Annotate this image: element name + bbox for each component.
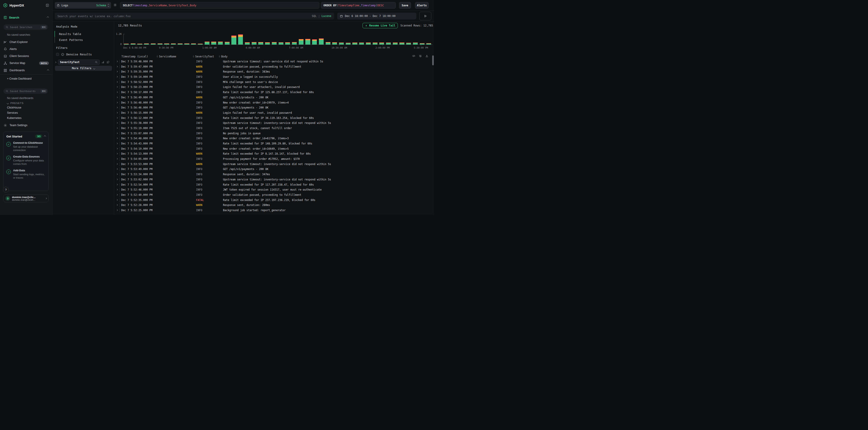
histogram-bar[interactable] xyxy=(252,42,256,44)
column-timestamp[interactable]: Timestamp (Local) xyxy=(121,55,148,58)
select-columns-input[interactable]: SELECT Timestamp,ServiceName,SeverityTex… xyxy=(120,2,319,9)
log-row[interactable]: Dec 7 5:59:47.000 PMWARNOrder validation… xyxy=(115,64,431,69)
expand-row-icon[interactable] xyxy=(116,153,118,155)
drag-handle-icon[interactable]: ⠿ xyxy=(156,55,158,58)
column-servicename[interactable]: ⠿ServiceName xyxy=(156,55,177,58)
histogram-bar[interactable] xyxy=(131,43,135,44)
histogram-bar[interactable] xyxy=(299,39,304,44)
mode-results-table[interactable]: Results Table xyxy=(55,31,109,37)
histogram-bar[interactable] xyxy=(319,38,323,44)
histogram-bar[interactable] xyxy=(158,43,162,44)
histogram-bar[interactable] xyxy=(332,42,337,44)
histogram-bar[interactable] xyxy=(406,43,411,44)
log-row[interactable]: Dec 7 5:56:46.000 PMINFOGET /api/v1/paym… xyxy=(115,105,431,110)
log-row[interactable]: Dec 7 5:52:46.000 PMINFOJWT token expire… xyxy=(115,187,431,192)
drag-handle-icon[interactable]: ⠿ xyxy=(219,55,220,58)
log-row[interactable]: Dec 7 5:59:35.000 PMWARNResponse sent, d… xyxy=(115,69,431,74)
expand-row-icon[interactable] xyxy=(116,132,118,134)
histogram-bar[interactable] xyxy=(326,42,331,44)
log-row[interactable]: Dec 7 5:52:35.000 PMFATALRate limit exce… xyxy=(115,198,431,203)
log-row[interactable]: Dec 7 5:55:19.000 PMINFOItem 7525 out of… xyxy=(115,126,431,131)
expand-row-icon[interactable] xyxy=(116,66,118,67)
histogram-bar[interactable] xyxy=(379,42,384,44)
chevron-up-icon[interactable] xyxy=(47,16,49,19)
histogram-bar[interactable] xyxy=(292,42,297,44)
saved-dashboards-input[interactable]: Saved Dashboards ⌘K xyxy=(3,89,48,94)
log-row[interactable]: Dec 7 5:58:52.000 PMINFOMFA challenge se… xyxy=(115,79,431,85)
histogram-bar[interactable] xyxy=(346,43,350,44)
histogram-bar[interactable] xyxy=(231,35,236,44)
histogram-bar[interactable] xyxy=(151,43,156,44)
histogram-bar[interactable] xyxy=(218,42,223,44)
histogram-bar[interactable] xyxy=(191,43,196,44)
preset-services[interactable]: Services xyxy=(7,111,18,114)
expand-row-icon[interactable] xyxy=(116,101,118,103)
log-row[interactable]: Dec 7 5:53:49.000 PMINFOGET /api/v1/paym… xyxy=(115,167,431,172)
collapse-sidebar-icon[interactable] xyxy=(46,4,49,7)
log-row[interactable]: Dec 7 5:54:43.000 PMINFORate limit excee… xyxy=(115,141,431,146)
expand-row-icon[interactable] xyxy=(116,71,118,72)
sidebar-item-alerts[interactable]: Alerts xyxy=(0,46,53,52)
histogram-bar[interactable] xyxy=(184,43,189,44)
column-body[interactable]: ⠿Body xyxy=(219,55,227,58)
log-row[interactable]: Dec 7 5:53:53.000 PMWARNUpstream service… xyxy=(115,162,431,167)
expand-row-icon[interactable] xyxy=(116,184,118,185)
histogram-bar[interactable] xyxy=(366,42,371,44)
expand-row-icon[interactable] xyxy=(116,86,118,88)
histogram-bar[interactable] xyxy=(258,42,263,44)
lucene-language-toggle[interactable]: Lucene xyxy=(321,14,331,18)
alerts-button[interactable]: Alerts xyxy=(415,2,429,9)
sidebar-item-dashboards[interactable]: Dashboards xyxy=(0,67,53,73)
run-query-button[interactable] xyxy=(419,12,431,20)
histogram-bar[interactable] xyxy=(393,42,398,44)
histogram-bar[interactable] xyxy=(305,39,310,44)
expand-row-icon[interactable] xyxy=(116,117,118,119)
date-range-picker[interactable]: Dec 6 18:00:00 - Dec 7 18:00:00 xyxy=(337,13,416,20)
expand-row-icon[interactable] xyxy=(116,168,118,170)
expand-row-icon[interactable] xyxy=(116,107,118,108)
denoise-results-toggle[interactable]: Denoise Results xyxy=(56,53,92,56)
log-row[interactable]: Dec 7 5:52:40.000 PMINFOOrder validation… xyxy=(115,192,431,198)
log-row[interactable]: Dec 7 5:58:23.000 PMINFOLogin failed for… xyxy=(115,85,431,90)
log-row[interactable]: Dec 7 5:56:49.000 PMWARNGET /api/v1/prod… xyxy=(115,95,431,100)
log-row[interactable]: Dec 7 5:54:13.000 PMWARNRate limit excee… xyxy=(115,151,431,157)
resume-live-tail-button[interactable]: Resume Live Tail xyxy=(363,23,398,28)
log-row[interactable]: Dec 7 5:59:48.000 PMINFOUpstream service… xyxy=(115,59,431,64)
log-row[interactable]: Dec 7 5:52:54.000 PMINFORate limit excee… xyxy=(115,182,431,188)
help-button[interactable]: ? xyxy=(3,187,9,193)
histogram-bar[interactable] xyxy=(312,39,317,44)
histogram-bar[interactable] xyxy=(265,42,270,44)
histogram-bar[interactable] xyxy=(211,42,216,44)
histogram-bar[interactable] xyxy=(413,42,418,44)
histogram-bar[interactable] xyxy=(426,43,431,44)
scrollbar-thumb[interactable] xyxy=(432,55,434,65)
expand-row-icon[interactable] xyxy=(116,178,118,180)
histogram-bar[interactable] xyxy=(420,43,425,44)
expand-row-icon[interactable] xyxy=(116,189,118,190)
histogram-bar[interactable] xyxy=(225,42,229,44)
histogram-bar[interactable] xyxy=(279,42,283,44)
preset-kubernetes[interactable]: Kubernetes xyxy=(7,117,22,120)
chevron-up-icon[interactable] xyxy=(47,69,49,71)
sidebar-item-service-map[interactable]: Service Map BETA xyxy=(0,60,53,66)
expand-row-icon[interactable] xyxy=(116,127,118,129)
log-row[interactable]: Dec 7 5:53:02.000 PMINFOUpstream service… xyxy=(115,177,431,182)
sidebar-item-team-settings[interactable]: Team Settings xyxy=(0,122,53,128)
expand-row-icon[interactable] xyxy=(116,209,118,211)
expand-row-icon[interactable] xyxy=(116,204,118,206)
event-search-input[interactable]: Search your events w/ Lucene ex. column:… xyxy=(55,13,334,20)
download-icon[interactable] xyxy=(425,55,429,58)
log-row[interactable]: Dec 7 5:56:48.000 PMINFONew order create… xyxy=(115,100,431,105)
code-view-icon[interactable] xyxy=(412,55,415,58)
histogram-bar[interactable] xyxy=(164,43,169,44)
sidebar-item-chart-explorer[interactable]: Chart Explorer xyxy=(0,39,53,45)
histogram-bar[interactable] xyxy=(359,42,364,44)
histogram-bar[interactable] xyxy=(144,43,149,44)
expand-row-icon[interactable] xyxy=(116,81,118,83)
presets-toggle[interactable]: PRESETS xyxy=(7,102,24,104)
expand-row-icon[interactable] xyxy=(116,148,118,150)
order-by-input[interactable]: ORDER BY (TimestampTime, Timestamp) DESC xyxy=(321,2,396,9)
text-wrap-icon[interactable] xyxy=(418,55,422,58)
vertical-scrollbar[interactable] xyxy=(432,55,434,214)
expand-row-icon[interactable] xyxy=(116,137,118,139)
